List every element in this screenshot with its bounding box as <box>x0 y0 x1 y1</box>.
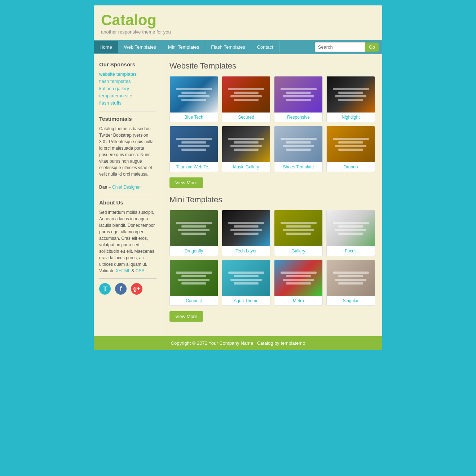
template-name-7: Orando <box>327 162 375 172</box>
mini-templates-title: Mini Templates <box>169 195 375 204</box>
testimonials-title: Testimonials <box>99 116 157 122</box>
google-icon[interactable]: g+ <box>131 283 142 295</box>
template-thumb-3 <box>327 76 375 113</box>
template-thumb-0 <box>170 76 218 113</box>
template-thumb-3 <box>327 210 375 246</box>
divider-4 <box>99 299 157 299</box>
template-thumb-5 <box>222 260 270 296</box>
template-card-3[interactable]: Focus <box>326 210 375 256</box>
template-card-4[interactable]: Connect <box>169 260 218 306</box>
template-name-2: Gallery <box>274 246 322 256</box>
template-name-4: Connect <box>170 296 218 305</box>
sponsor-link-4[interactable]: templatemo site <box>99 93 132 98</box>
template-card-7[interactable]: Singular <box>326 260 375 306</box>
template-card-5[interactable]: Music Gallery <box>222 126 270 172</box>
template-card-3[interactable]: Nightlight <box>326 76 375 122</box>
twitter-icon[interactable]: 𝕋 <box>99 283 111 295</box>
template-thumb-1 <box>222 76 270 113</box>
template-name-1: Secured <box>222 113 270 122</box>
template-name-1: Tech Layer <box>222 246 270 256</box>
facebook-icon[interactable]: f <box>115 283 127 295</box>
template-name-5: Music Gallery <box>222 162 270 172</box>
sponsor-link-5[interactable]: flash stuffs <box>99 100 122 106</box>
xhtml-link[interactable]: XHTML <box>116 268 130 273</box>
main-content: Our Sponsors website templates flash tem… <box>94 54 382 336</box>
main-content-area: Website Templates Blue Tech <box>162 54 382 336</box>
website-templates-grid: Blue Tech Secured <box>169 76 375 172</box>
nav-mini-templates[interactable]: Mini Templates <box>162 41 205 53</box>
mini-templates-grid: Dragonfly Tech Layer <box>169 210 375 306</box>
nav-home[interactable]: Home <box>94 41 118 53</box>
sponsor-links: website templates flash templates koflas… <box>99 71 157 106</box>
template-card-4[interactable]: Titanium Web Te... <box>169 126 218 172</box>
site-header: Catalog another responsive theme for you <box>94 5 382 40</box>
divider-2 <box>99 195 157 195</box>
template-thumb-2 <box>274 76 322 113</box>
template-name-0: Dragonfly <box>170 246 218 256</box>
about-title: About Us <box>99 199 157 206</box>
template-card-1[interactable]: Secured <box>222 76 270 122</box>
sponsor-link-3[interactable]: koflash gallery <box>99 86 129 91</box>
template-name-3: Nightlight <box>327 113 375 122</box>
web-view-more-button[interactable]: View More <box>169 177 203 188</box>
sponsor-link-1[interactable]: website templates <box>99 71 137 77</box>
sponsor-link-2[interactable]: flash templates <box>99 79 131 84</box>
divider-1 <box>99 111 157 111</box>
template-thumb-1 <box>222 210 270 246</box>
divider-3 <box>99 278 157 279</box>
template-name-4: Titanium Web Te... <box>170 162 218 172</box>
testimonials-author: Dan <box>99 185 107 190</box>
template-card-2[interactable]: Responsive <box>274 76 323 122</box>
template-thumb-4 <box>170 126 218 162</box>
search-button[interactable]: Go <box>365 43 379 52</box>
template-card-6[interactable]: Shoes Template <box>274 126 323 172</box>
template-thumb-6 <box>274 126 322 162</box>
nav-contact[interactable]: Contact <box>251 41 279 53</box>
template-card-6[interactable]: Metro <box>274 260 323 306</box>
site-footer: Copyright © 2072 Your Company Name | Cat… <box>94 336 382 350</box>
nav-flash-templates[interactable]: Flash Templates <box>205 41 251 53</box>
sponsors-title: Our Sponsors <box>99 61 157 67</box>
template-name-0: Blue Tech <box>170 113 218 122</box>
template-name-3: Focus <box>327 246 375 256</box>
template-name-5: Aqua Theme <box>222 296 270 305</box>
template-card-2[interactable]: Gallery <box>274 210 323 256</box>
template-thumb-7 <box>327 260 375 296</box>
nav-items: Home Web Templates Mini Templates Flash … <box>94 41 311 53</box>
template-card-7[interactable]: Orando <box>326 126 375 172</box>
search-input[interactable] <box>315 42 365 52</box>
site-subtitle: another responsive theme for you <box>101 29 375 35</box>
template-name-6: Shoes Template <box>274 162 322 172</box>
main-nav: Home Web Templates Mini Templates Flash … <box>94 40 382 54</box>
template-thumb-2 <box>274 210 322 246</box>
template-card-1[interactable]: Tech Layer <box>222 210 270 256</box>
template-thumb-4 <box>170 260 218 296</box>
sidebar: Our Sponsors website templates flash tem… <box>94 54 162 336</box>
nav-search-area: Go <box>311 40 382 54</box>
template-thumb-7 <box>327 126 375 162</box>
template-name-6: Metro <box>274 296 322 305</box>
template-thumb-0 <box>170 210 218 246</box>
template-card-0[interactable]: Dragonfly <box>169 210 218 256</box>
website-templates-title: Website Templates <box>169 61 375 71</box>
social-icons: 𝕋 f g+ <box>99 283 157 295</box>
css-link[interactable]: CSS <box>136 268 145 273</box>
about-text: Sed interdum mollis suscipit. Aenean a l… <box>99 209 157 274</box>
testimonials-text: Catalog theme is based on Twitter Bootst… <box>99 125 157 190</box>
template-thumb-5 <box>222 126 270 162</box>
mini-view-more-button[interactable]: View More <box>169 311 203 322</box>
template-card-0[interactable]: Blue Tech <box>169 76 218 122</box>
footer-text: Copyright © 2072 Your Company Name | Cat… <box>171 340 305 346</box>
site-title: Catalog <box>101 13 375 28</box>
template-card-5[interactable]: Aqua Theme <box>222 260 270 306</box>
template-name-7: Singular <box>327 296 375 305</box>
nav-web-templates[interactable]: Web Templates <box>118 41 162 53</box>
template-name-2: Responsive <box>274 113 322 122</box>
template-thumb-6 <box>274 260 322 296</box>
testimonials-role-link[interactable]: Chief Designer <box>112 185 141 190</box>
